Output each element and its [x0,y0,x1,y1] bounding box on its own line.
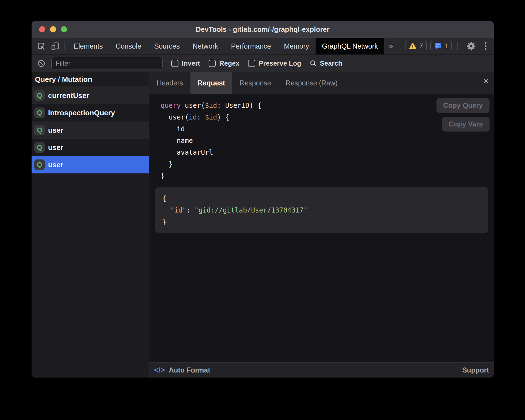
zoom-window-button[interactable] [61,26,67,32]
preserve-log-checkbox-group: Preserve Log [248,59,301,67]
close-window-button[interactable] [39,26,45,32]
code-line: } [149,158,494,170]
regex-checkbox[interactable] [209,60,216,67]
search-control[interactable]: Search [309,59,342,67]
minimize-window-button[interactable] [50,26,56,32]
query-type-badge: Q [34,125,45,135]
code-token: : UserID) { [217,102,261,109]
toolbar-divider [65,42,65,51]
copy-vars-button[interactable]: Copy Vars [442,117,490,132]
code-line: { [162,193,483,204]
preserve-log-checkbox[interactable] [248,60,255,67]
code-line: "id": "gid://gitlab/User/13704317" [162,204,483,216]
code-token: avatarUrl [161,149,213,156]
block-icon [37,59,45,67]
code-token: id [189,113,197,121]
message-icon [434,42,442,50]
variables-block: { "id": "gid://gitlab/User/13704317" } [155,187,488,233]
request-content: Copy Query Copy Vars query user($id: Use… [149,94,494,362]
search-icon [309,59,317,67]
code-token: } [161,160,173,168]
code-token: id [161,125,185,133]
query-type-badge: Q [34,142,45,153]
code-token: : [197,113,205,121]
list-item-user-1[interactable]: Q user [32,121,149,139]
invert-label[interactable]: Invert [182,59,200,67]
code-line: avatarUrl [149,147,494,158]
query-type-badge: Q [34,90,45,101]
traffic-lights [39,26,67,32]
preserve-log-label[interactable]: Preserve Log [259,59,301,67]
tab-request[interactable]: Request [190,72,233,94]
message-count: 1 [444,42,448,50]
tab-graphql-network[interactable]: GraphQL Network [316,38,385,54]
tab-headers[interactable]: Headers [149,72,190,94]
device-toolbar-button[interactable] [48,38,62,54]
clear-filter-button[interactable] [35,59,48,67]
query-list-header: Query / Mutation [32,72,149,87]
filter-bar: Invert Regex Preserve Log Search [32,55,494,72]
tab-sources[interactable]: Sources [148,38,186,54]
list-item-label: user [48,161,63,169]
inspect-element-button[interactable] [34,38,48,54]
code-token: "gid://gitlab/User/13704317" [195,206,308,214]
code-line: name [149,135,494,147]
tab-elements[interactable]: Elements [67,38,109,54]
tab-memory[interactable]: Memory [277,38,315,54]
more-tabs-button[interactable]: » [384,38,398,54]
detail-footer: </> Auto Format Support [149,362,494,378]
copy-buttons: Copy Query Copy Vars [436,98,490,132]
list-item-label: currentUser [48,91,89,100]
list-item-currentUser[interactable]: Q currentUser [32,87,149,104]
code-token: ) { [217,113,229,121]
code-line: } [162,216,483,228]
device-toolbar-icon [51,42,60,51]
list-item-label: IntrospectionQuery [48,109,115,117]
list-item-introspectionQuery[interactable]: Q IntrospectionQuery [32,104,149,121]
regex-label[interactable]: Regex [219,59,239,67]
copy-query-button[interactable]: Copy Query [436,98,490,113]
code-token: $id [205,113,217,121]
code-token: } [161,172,164,180]
window-title: DevTools - gitlab.com/-/graphql-explorer [196,25,330,34]
list-item-label: user [48,126,63,135]
inspect-cursor-icon [37,42,46,51]
invert-checkbox[interactable] [171,60,178,67]
code-token: user( [161,113,189,121]
issues-badge[interactable]: 1 [430,41,452,51]
code-token: name [161,137,193,145]
code-line: } [149,170,494,182]
code-token: } [162,218,166,226]
list-item-user-2[interactable]: Q user [32,139,149,156]
list-item-user-3-selected[interactable]: Q user [32,156,149,173]
toolbar-divider [457,42,458,51]
code-token: : [187,206,195,214]
list-item-label: user [48,143,63,152]
kebab-icon [485,42,486,44]
code-token [162,206,170,214]
code-format-icon: </> [154,366,165,374]
code-token: user( [181,102,205,109]
main-toolbar: Elements Console Sources Network Perform… [32,38,494,55]
toolbar-right: 7 1 [405,38,494,54]
code-token: query [161,102,181,109]
body: Query / Mutation Q currentUser Q Introsp… [32,72,494,378]
detail-tabs: Headers Request Response Response (Raw) … [149,72,494,94]
warning-icon [409,42,417,50]
settings-button[interactable] [464,41,478,51]
close-detail-button[interactable]: × [483,76,489,85]
tab-response-raw[interactable]: Response (Raw) [278,72,345,94]
tab-performance[interactable]: Performance [225,38,277,54]
support-link[interactable]: Support [462,366,489,374]
tab-response[interactable]: Response [232,72,278,94]
code-token: $id [205,102,217,109]
devtools-window: DevTools - gitlab.com/-/graphql-explorer… [32,21,494,378]
query-type-badge: Q [34,108,45,118]
filter-input[interactable] [51,57,163,70]
tab-network[interactable]: Network [186,38,225,54]
warnings-badge[interactable]: 7 [405,41,426,51]
menu-button[interactable] [482,42,489,50]
query-list-panel: Query / Mutation Q currentUser Q Introsp… [32,72,149,378]
tab-console[interactable]: Console [109,38,148,54]
auto-format-button[interactable]: Auto Format [169,366,210,374]
